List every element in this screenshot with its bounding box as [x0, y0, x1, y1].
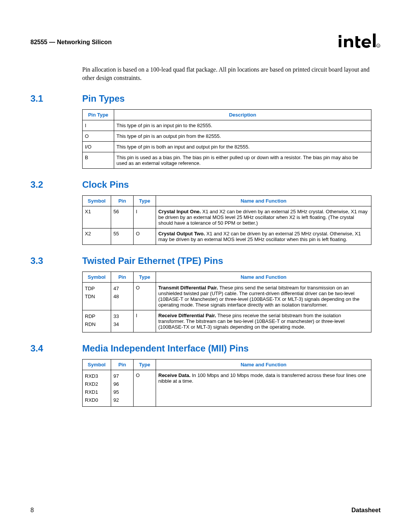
table-row: B This pin is used as a bias pin. The bi…: [83, 152, 371, 169]
symbol-cell: X1: [83, 206, 111, 228]
symbol: RXD3: [85, 372, 108, 380]
section-number: 3.3: [30, 256, 82, 266]
svg-rect-1: [339, 39, 341, 47]
intel-logo-icon: R: [339, 30, 381, 48]
lead: Crystal Input One.: [158, 209, 201, 214]
section-3-4: 3.4 Media Independent Interface (MII) Pi…: [30, 343, 381, 407]
table-header-row: Symbol Pin Type Name and Function: [83, 196, 371, 206]
section-heading: 3.1 Pin Types: [30, 93, 381, 104]
table-header-row: Symbol Pin Type Name and Function: [83, 359, 371, 370]
col-header: Symbol: [83, 359, 111, 370]
section-heading: 3.3 Twisted Pair Ethernet (TPE) Pins: [30, 256, 381, 266]
page: 82555 — Networking Silicon R Pin allocat…: [0, 0, 411, 532]
pin-cell: 56: [111, 206, 134, 228]
section-title: Twisted Pair Ethernet (TPE) Pins: [82, 256, 223, 266]
col-header: Description: [114, 110, 371, 120]
intro-paragraph: Pin allocation is based on a 100-lead qu…: [82, 66, 381, 82]
table-row: O This type of pin is an output pin from…: [83, 131, 371, 142]
col-header: Pin: [111, 359, 134, 370]
section-number: 3.2: [30, 179, 82, 190]
col-header: Type: [134, 196, 156, 206]
section-title: Media Independent Interface (MII) Pins: [82, 343, 249, 354]
function-cell: Receive Differential Pair. These pins re…: [156, 310, 371, 332]
pin: 95: [113, 388, 131, 396]
table-header-row: Pin Type Description: [83, 110, 371, 120]
table-row: RDP RDN 33 34 I Receive Differential Pai…: [83, 310, 371, 332]
pin: 96: [113, 380, 131, 388]
symbol: RDP: [85, 313, 108, 321]
header-product-title: 82555 — Networking Silicon: [30, 39, 112, 48]
svg-rect-2: [373, 34, 376, 47]
col-header: Pin: [111, 196, 134, 206]
symbol-cell: X2: [83, 228, 111, 245]
lead: Receive Data.: [158, 372, 191, 378]
col-header: Type: [134, 272, 156, 283]
pin-cell: 33 34: [111, 310, 134, 332]
pin-type-cell: I/O: [83, 142, 114, 152]
description-cell: This type of pin is both an input and ou…: [114, 142, 371, 152]
symbol: RXD0: [85, 396, 108, 404]
description-cell: This type of pin is an output pin from t…: [114, 131, 371, 142]
lead: Transmit Differential Pair.: [158, 285, 218, 291]
pin: 47: [113, 285, 131, 293]
page-footer: 8 Datasheet: [30, 507, 381, 514]
function-cell: Transmit Differential Pair. These pins s…: [156, 283, 371, 310]
section-3-1: 3.1 Pin Types Pin Type Description I Thi…: [30, 93, 381, 169]
table-row: X1 56 I Crystal Input One. X1 and X2 can…: [83, 206, 371, 228]
symbol: RXD1: [85, 388, 108, 396]
symbol-cell: RDP RDN: [83, 310, 111, 332]
symbol: TDP: [85, 285, 108, 293]
section-number: 3.1: [30, 93, 82, 104]
pin-type-table: Pin Type Description I This type of pin …: [82, 109, 371, 169]
symbol: RDN: [85, 321, 108, 329]
pin: 97: [113, 372, 131, 380]
tpe-pins-table: Symbol Pin Type Name and Function TDP TD…: [82, 272, 371, 332]
page-header: 82555 — Networking Silicon R: [30, 30, 381, 48]
section-3-2: 3.2 Clock Pins Symbol Pin Type Name and …: [30, 179, 381, 245]
pin-cell: 97 96 95 92: [111, 370, 134, 407]
pin: 92: [113, 396, 131, 404]
col-header: Name and Function: [156, 359, 371, 370]
function-cell: Crystal Input One. X1 and X2 can be driv…: [156, 206, 371, 228]
type-cell: O: [134, 228, 156, 245]
col-header: Symbol: [83, 196, 111, 206]
type-cell: I: [134, 310, 156, 332]
section-title: Clock Pins: [82, 179, 129, 190]
section-3-3: 3.3 Twisted Pair Ethernet (TPE) Pins Sym…: [30, 256, 381, 332]
pin: 48: [113, 293, 131, 301]
type-cell: O: [134, 283, 156, 310]
table-row: I/O This type of pin is both an input an…: [83, 142, 371, 152]
col-header: Name and Function: [156, 196, 371, 206]
section-heading: 3.4 Media Independent Interface (MII) Pi…: [30, 343, 381, 354]
section-number: 3.4: [30, 343, 82, 354]
table-row: TDP TDN 47 48 O Transmit Differential Pa…: [83, 283, 371, 310]
type-cell: O: [134, 370, 156, 407]
symbol-cell: RXD3 RXD2 RXD1 RXD0: [83, 370, 111, 407]
symbol: TDN: [85, 293, 108, 301]
table-row: X2 55 O Crystal Output Two. X1 and X2 ca…: [83, 228, 371, 245]
function-cell: Crystal Output Two. X1 and X2 can be dri…: [156, 228, 371, 245]
pin: 34: [113, 321, 131, 329]
table-header-row: Symbol Pin Type Name and Function: [83, 272, 371, 283]
pin: 33: [113, 313, 131, 321]
svg-rect-0: [339, 35, 341, 38]
col-header: Symbol: [83, 272, 111, 283]
pin-cell: 47 48: [111, 283, 134, 310]
footer-label: Datasheet: [352, 507, 381, 514]
intel-logo: R: [339, 30, 381, 48]
lead: Crystal Output Two.: [158, 231, 205, 236]
lead: Receive Differential Pair.: [158, 313, 216, 318]
pin-type-cell: O: [83, 131, 114, 142]
section-title: Pin Types: [82, 93, 125, 104]
col-header: Name and Function: [156, 272, 371, 283]
pin-cell: 55: [111, 228, 134, 245]
pin-type-cell: I: [83, 120, 114, 131]
symbol-cell: TDP TDN: [83, 283, 111, 310]
description-cell: This type of pin is an input pin to the …: [114, 120, 371, 131]
col-header: Pin: [111, 272, 134, 283]
mii-pins-table: Symbol Pin Type Name and Function RXD3 R…: [82, 359, 371, 407]
section-heading: 3.2 Clock Pins: [30, 179, 381, 190]
function-cell: Receive Data. In 100 Mbps and 10 Mbps mo…: [156, 370, 371, 407]
svg-text:R: R: [378, 45, 379, 47]
table-row: RXD3 RXD2 RXD1 RXD0 97 96 95 92 O Receiv…: [83, 370, 371, 407]
